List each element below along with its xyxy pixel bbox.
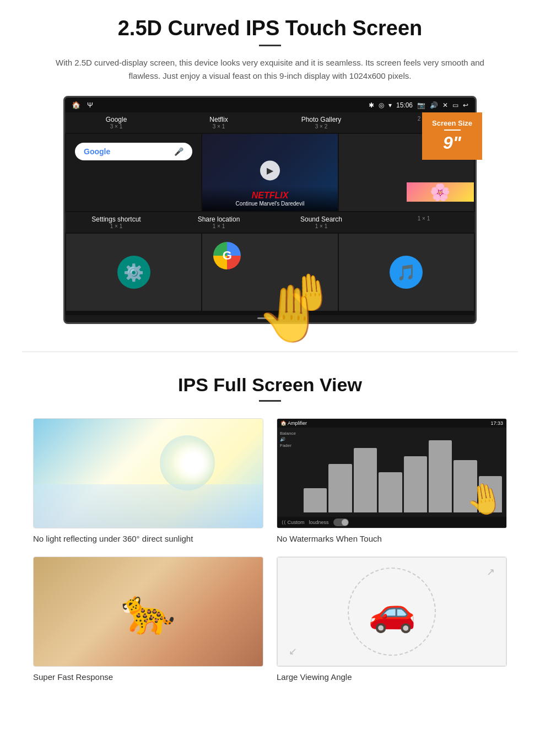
settings-icon: ⚙️ [117,256,150,289]
car-visual: 🚗 ↗ ↙ [277,557,506,666]
share-label: Share location 1 × 1 [168,214,270,230]
section-ips: IPS Full Screen View No light reflecting… [0,369,540,704]
google-g-icon: G [213,242,241,269]
cheetah-emoji: 🐆 [121,586,176,638]
play-button[interactable]: ▶ [260,160,280,180]
section-curved-screen: 2.5D Curved IPS Touch Screen With 2.5D c… [0,0,540,335]
ips-item-equalizer: 🏠 Amplifier 17:33 Balance 🔊 Fader [277,418,507,543]
eq-loudness: loudness [309,520,329,525]
extra-label2: 1 × 1 [372,214,475,230]
ips-item-car: 🚗 ↗ ↙ Large Viewing Angle [277,557,507,682]
car-caption: Large Viewing Angle [277,672,507,682]
badge-underline [444,129,461,131]
sound-label: Sound Search 1 × 1 [270,214,372,230]
ips-item-sunlight: No light reflecting under 360° direct su… [33,418,263,543]
bluetooth-icon: ✱ [369,101,374,109]
settings-label: Settings shortcut 1 × 1 [65,214,168,230]
sun-glow [160,435,215,490]
section1-description: With 2.5D curved-display screen, this de… [44,56,496,83]
ips-features-grid: No light reflecting under 360° direct su… [33,418,507,682]
google-logo: Google [84,147,110,156]
google-search-bar[interactable]: Google 🎤 [75,143,192,160]
car-top-view: 🚗 [368,589,416,634]
wifi-icon: ▾ [388,101,392,109]
netflix-label: Netflix 3 × 1 [168,115,270,131]
car-image: 🚗 ↗ ↙ [277,557,507,667]
sky-bottom [34,484,263,528]
window-icon: ▭ [452,101,458,109]
netflix-subtitle: Continue Marvel's Daredevil [207,201,333,207]
mic-icon: 🎤 [174,147,183,156]
title-underline [259,45,281,46]
status-left-icons: 🏠 Ψ [72,101,93,109]
screen-size-badge: Screen Size 9" [422,112,482,160]
row2-app-labels: Settings shortcut 1 × 1 Share location 1… [65,212,475,233]
badge-title: Screen Size [432,119,472,127]
badge-size: 9" [432,133,472,153]
eq-home: 🏠 Amplifier [280,420,307,426]
back-icon: ↩ [463,101,468,109]
eq-bar-3 [354,448,377,512]
eq-time: 17:33 [490,420,503,426]
eq-custom: ⟨⟨ Custom [282,520,305,525]
eq-bar-2 [328,464,352,512]
status-bar: 🏠 Ψ ✱ ◎ ▾ 15:06 📷 🔊 ✕ ▭ ↩ [65,98,475,112]
volume-icon: 🔊 [430,101,438,109]
cheetah-visual: 🐆 [34,557,263,666]
close-icon: ✕ [442,101,448,109]
eq-bar-5 [404,456,427,512]
netflix-tile[interactable]: 👤 ▶ NETFLIX Continue Marvel's Daredevil [202,134,337,211]
home-icon: 🏠 [72,101,80,109]
equalizer-image: 🏠 Amplifier 17:33 Balance 🔊 Fader [277,418,507,528]
ips-item-cheetah: 🐆 Super Fast Response [33,557,263,682]
location-icon: ◎ [379,101,384,109]
section2-title: IPS Full Screen View [33,374,507,396]
status-right-area: ✱ ◎ ▾ 15:06 📷 🔊 ✕ ▭ ↩ [369,101,468,109]
netflix-overlay: NETFLIX Continue Marvel's Daredevil [202,186,337,211]
eq-toggle-knob [342,519,348,526]
section-divider [22,352,518,352]
netflix-logo: NETFLIX [207,191,333,201]
eq-hand-icon: 🤚 [463,478,506,520]
clock: 15:06 [396,101,413,109]
sunlight-image [33,418,263,528]
photo-label: Photo Gallery 3 × 2 [270,115,372,131]
settings-tile[interactable]: ⚙️ [66,234,201,311]
cheetah-caption: Super Fast Response [33,672,263,682]
signal-icon: Ψ [87,101,93,109]
angle-arrow-bl: ↙ [289,645,297,657]
photo-sub-4: 🌸 [407,182,474,202]
equalizer-caption: No Watermarks When Touch [277,534,507,543]
google-tile[interactable]: Google 🎤 [66,134,201,211]
section1-title: 2.5D Curved IPS Touch Screen [33,17,507,40]
camera-icon: 📷 [417,101,425,109]
sound-icon: 🎵 [390,256,423,289]
eq-labels: Balance 🔊 Fader [280,430,296,449]
car-circle: 🚗 [348,568,436,656]
equalizer-visual: 🏠 Amplifier 17:33 Balance 🔊 Fader [277,419,506,528]
cheetah-image: 🐆 [33,557,263,667]
eq-bar-4 [379,472,402,512]
row1-app-labels: Google 3 × 1 Netflix 3 × 1 Photo Gallery… [65,112,475,133]
eq-bar-1 [304,488,327,512]
sunlight-visual [34,419,263,528]
eq-toggle[interactable] [333,519,349,526]
section2-underline [259,400,281,402]
angle-arrow-tr: ↗ [487,566,495,578]
google-label: Google 3 × 1 [65,115,168,131]
sound-search-tile[interactable]: 🎵 [339,234,474,311]
eq-bar-6 [429,440,452,512]
eq-status-bar: 🏠 Amplifier 17:33 [277,419,506,428]
sunlight-caption: No light reflecting under 360° direct su… [33,534,263,543]
hand-gesture-large: 🤚 [256,281,325,346]
eq-body: Balance 🔊 Fader [277,428,506,517]
